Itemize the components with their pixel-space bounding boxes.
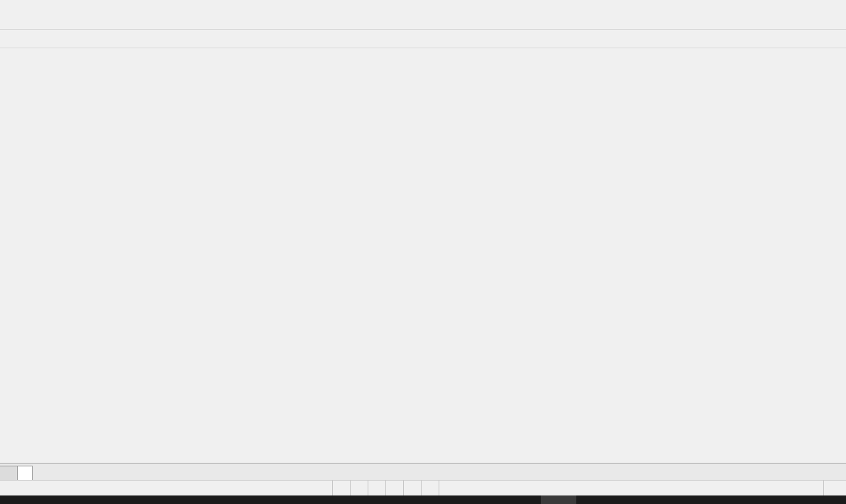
- menu-bar: [0, 0, 846, 9]
- status-template: [332, 481, 350, 496]
- windows-taskbar: [0, 495, 846, 504]
- price-chart[interactable]: [0, 48, 846, 463]
- status-bar: [0, 480, 846, 496]
- chart-tab-eurusd-m1[interactable]: [17, 466, 33, 481]
- status-high: [385, 481, 403, 496]
- taskbar-active-app[interactable]: [541, 495, 576, 504]
- status-volume: [439, 481, 456, 496]
- status-hint-area: [0, 481, 332, 496]
- mt4-window: { "window": { "menu": [ {"name":"charts"…: [0, 0, 846, 504]
- status-low: [403, 481, 421, 496]
- standard-toolbar: [0, 9, 846, 30]
- chart-tab-bar: [0, 463, 846, 481]
- status-bar-time: [350, 481, 368, 496]
- connection-status: [823, 481, 846, 496]
- status-close: [421, 481, 439, 496]
- status-open: [368, 481, 385, 496]
- charts-toolbar: [0, 30, 846, 48]
